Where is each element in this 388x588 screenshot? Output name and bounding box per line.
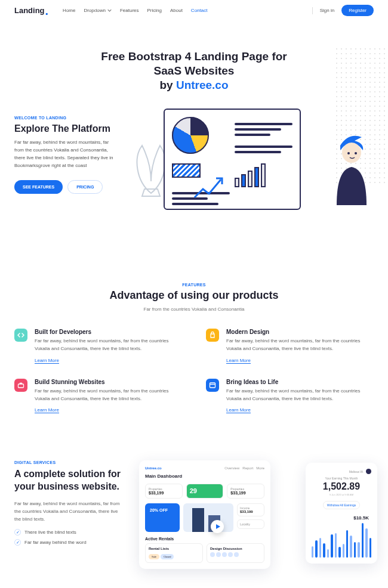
code-icon <box>14 329 27 342</box>
stat-card: 29 <box>186 484 224 499</box>
bar <box>338 547 340 558</box>
person-illustration <box>325 134 378 205</box>
bar <box>335 533 337 558</box>
features-eyebrow: FEATURES <box>14 283 374 287</box>
solution-title: A complete solution for your business we… <box>14 468 125 493</box>
logo-dot-icon: . <box>45 8 49 14</box>
hero-illustration <box>128 116 374 217</box>
features-title: Advantage of using our products <box>14 289 374 302</box>
bar <box>343 544 344 558</box>
feature-title: Built for Developers <box>35 329 182 335</box>
bar-chart-icon <box>235 163 292 187</box>
nav-features[interactable]: Features <box>120 8 139 13</box>
nav-home[interactable]: Home <box>63 8 75 13</box>
logo-text: Landing <box>14 6 45 15</box>
hero-line1: Free Bootstrap 4 Landing Page for <box>101 50 287 63</box>
earnings-bar-chart <box>312 523 371 558</box>
window-icon <box>206 379 219 392</box>
arrow-up-icon <box>192 172 228 202</box>
top-nav: Landing . Home Dropdown Features Pricing… <box>0 0 388 21</box>
signin-link[interactable]: Sign in <box>320 8 334 13</box>
earning-value: 1,502.89 <box>312 481 371 492</box>
bar <box>312 546 313 558</box>
dashboard-mock: Untree.co Overview Report More Main Dash… <box>139 460 374 588</box>
explore-body: Far far away, behind the word mountains,… <box>14 139 116 169</box>
nav-pricing[interactable]: Pricing <box>147 8 162 13</box>
feature-item: Modern Design Far far away, behind the w… <box>206 329 374 363</box>
pricing-button[interactable]: PRICING <box>67 180 103 194</box>
avatar <box>366 469 371 474</box>
feature-item: Bring Ideas to Life Far far away, behind… <box>206 379 374 413</box>
user-name: Melissa W. <box>349 470 364 474</box>
building-illustration <box>183 503 233 532</box>
rental-lists-card: Rental Lists SaleClosed <box>145 543 203 563</box>
logo[interactable]: Landing . <box>14 6 48 15</box>
hero-brand: Untree.co <box>176 79 229 91</box>
feature-title: Build Stunning Websites <box>35 379 182 385</box>
nav-links: Home Dropdown Features Pricing About Con… <box>63 8 207 13</box>
feature-body: Far far away, behind the word mountains,… <box>35 388 182 403</box>
briefcase-icon <box>14 379 27 392</box>
check-icon: ✓ <box>14 539 21 546</box>
bar <box>331 534 332 558</box>
solution-body: Far far away, behind the word mountains,… <box>14 500 125 523</box>
register-button[interactable]: Register <box>341 5 374 16</box>
dash-brand: Untree.co <box>145 466 162 470</box>
hero-by: by <box>159 79 175 91</box>
earning-date: 9 Jun 2020 at 9:00 AM <box>312 493 371 496</box>
stat-card: Properties$33,199 <box>227 484 264 499</box>
features-section: FEATURES Advantage of using our products… <box>0 283 388 413</box>
bag-icon <box>206 329 219 342</box>
feature-title: Modern Design <box>226 329 374 335</box>
design-discussion-card: Design Discussion <box>207 543 264 563</box>
nav-separator <box>312 7 313 14</box>
svg-point-0 <box>342 143 361 163</box>
svg-rect-4 <box>210 383 215 388</box>
features-subtitle: Far from the countries Vokalia and Conso… <box>14 307 374 312</box>
solution-eyebrow: DIGITAL SERVICES <box>14 460 125 465</box>
chevron-down-icon <box>107 8 112 13</box>
bar <box>350 536 352 558</box>
feature-item: Built for Developers Far far away, behin… <box>14 329 182 363</box>
feature-body: Far far away, behind the word mountains,… <box>35 338 182 353</box>
svg-rect-3 <box>19 384 24 388</box>
learn-more-link[interactable]: Learn More <box>35 358 59 364</box>
feature-body: Far far away, behind the word mountains,… <box>226 338 374 353</box>
mini-stat: Income$33,199 <box>237 503 264 516</box>
solution-section: DIGITAL SERVICES A complete solution for… <box>0 413 388 588</box>
bar <box>319 538 321 558</box>
nav-dropdown-label: Dropdown <box>84 8 105 13</box>
bar <box>327 549 329 558</box>
nav-contact[interactable]: Contact <box>191 8 208 13</box>
nav-dropdown[interactable]: Dropdown <box>84 8 111 13</box>
check-item: ✓There live the blind texts <box>14 529 125 536</box>
dashboard-card-main: Untree.co Overview Report More Main Dash… <box>139 460 270 569</box>
bar <box>369 538 371 558</box>
learn-more-link[interactable]: Learn More <box>226 407 251 413</box>
bar <box>362 523 364 558</box>
solution-text: DIGITAL SERVICES A complete solution for… <box>14 460 125 549</box>
learn-more-link[interactable]: Learn More <box>226 358 251 364</box>
check-icon: ✓ <box>14 529 21 536</box>
bar <box>346 530 348 558</box>
dash-tabs: Overview Report More <box>224 466 264 470</box>
nav-about[interactable]: About <box>170 8 183 13</box>
see-features-button[interactable]: SEE FEATURES <box>14 180 63 194</box>
bar <box>354 542 356 558</box>
dash-title: Main Dashboard <box>145 474 264 479</box>
feature-title: Bring Ideas to Life <box>226 379 374 385</box>
feature-item: Build Stunning Websites Far far away, be… <box>14 379 182 413</box>
line-bars-icon <box>235 117 292 159</box>
svg-point-2 <box>355 152 357 154</box>
hero-title: Free Bootstrap 4 Landing Page for SaaS W… <box>0 49 388 92</box>
svg-point-1 <box>347 152 350 154</box>
active-rentals-label: Active Rentals <box>145 537 264 541</box>
dashboard-card-earnings: Melissa W. Your Earning This Month 1,502… <box>306 463 377 564</box>
bar <box>323 543 325 558</box>
explore-section: WELCOME TO LANDING Explore The Platform … <box>0 92 388 217</box>
stat-card: Properties$33,199 <box>145 484 183 499</box>
mini-stat: Locality <box>237 519 264 529</box>
withdraw-toggle[interactable]: Withdraw All Earnings <box>323 501 361 509</box>
bar <box>315 540 317 558</box>
learn-more-link[interactable]: Learn More <box>35 407 59 413</box>
